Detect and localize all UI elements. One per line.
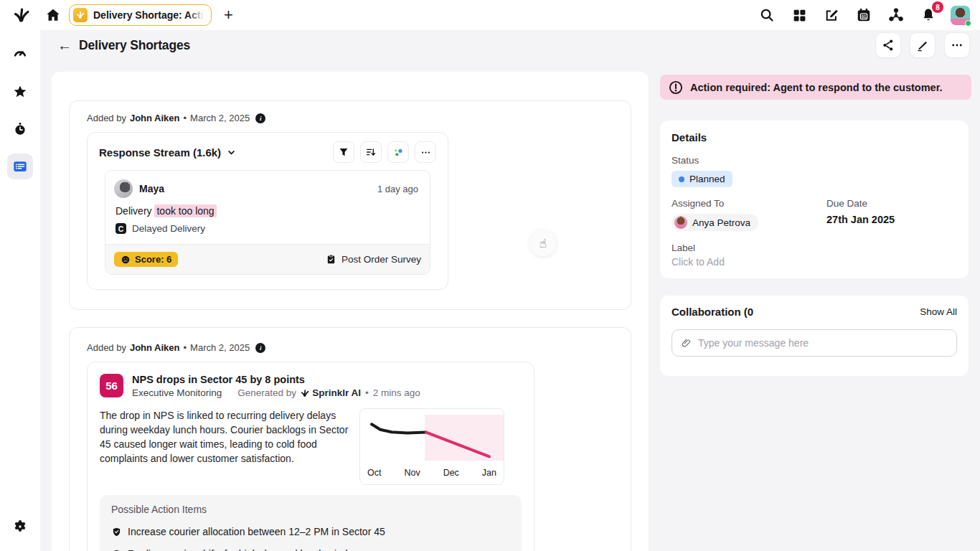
added-by-date: March 2, 2025 bbox=[190, 342, 250, 353]
message-footer: Score: 6 Post Order Survey bbox=[105, 244, 430, 274]
response-stream-title: Response Stream (1.6k) bbox=[99, 146, 221, 159]
maya-avatar bbox=[114, 179, 133, 198]
tab-delivery-shortage[interactable]: Delivery Shortage: Acti bbox=[69, 4, 212, 26]
message-text: Delivery took too long bbox=[116, 205, 418, 217]
added-by-sep: • bbox=[184, 342, 187, 353]
edit-pencil-button[interactable] bbox=[910, 32, 936, 58]
added-by-name: John Aiken bbox=[130, 113, 180, 123]
insight-title: NPS drops in Sector 45 by 8 points bbox=[132, 374, 420, 385]
score-badge: Score: 6 bbox=[114, 252, 178, 267]
sidebar-list-view-icon[interactable] bbox=[7, 154, 33, 179]
calendar-icon[interactable]: 01 bbox=[854, 5, 874, 25]
collab-message-input[interactable] bbox=[698, 337, 948, 349]
tab-label: Delivery Shortage: Acti bbox=[93, 9, 204, 21]
content-panel: Added by John Aiken • March 2, 2025 i Re… bbox=[52, 72, 649, 551]
chart-x-label: Jan bbox=[482, 468, 496, 478]
action-item: Increase courier allocation between 12–2… bbox=[111, 526, 510, 537]
stream-more-button[interactable] bbox=[415, 141, 436, 163]
chart-x-label: Dec bbox=[443, 468, 459, 478]
shield-check-icon bbox=[111, 549, 122, 551]
possible-action-items: Possible Action Items Increase courier a… bbox=[100, 495, 522, 551]
added-by-row: Added by John Aiken • March 2, 2025 i bbox=[70, 101, 631, 123]
shield-check-icon bbox=[111, 527, 122, 537]
nps-trend-chart: Oct Nov Dec Jan bbox=[359, 408, 504, 485]
collaboration-card: Collaboration (0 Show All bbox=[660, 296, 969, 376]
action-items-title: Possible Action Items bbox=[111, 504, 510, 515]
chart-x-label: Nov bbox=[404, 468, 420, 478]
added-by-row: Added by John Aiken • March 2, 2025 i bbox=[70, 328, 631, 353]
added-by-prefix: Added by bbox=[87, 342, 126, 353]
label-click-to-add[interactable]: Click to Add bbox=[672, 256, 957, 268]
notification-count-badge: 8 bbox=[932, 1, 943, 13]
due-date-label: Due Date bbox=[826, 198, 895, 209]
generator-name: Sprinklr AI bbox=[312, 387, 361, 398]
sort-button[interactable] bbox=[360, 141, 382, 163]
back-arrow-icon[interactable]: ← bbox=[56, 38, 73, 52]
nps-score-badge: 56 bbox=[100, 374, 123, 397]
added-by-date: March 2, 2025 bbox=[190, 113, 250, 123]
chevron-down-icon bbox=[226, 147, 237, 158]
category-badge-icon: C bbox=[116, 223, 126, 234]
paperclip-icon[interactable] bbox=[681, 338, 692, 349]
neutral-face-icon bbox=[121, 255, 131, 265]
insight-section-card: Added by John Aiken • March 2, 2025 i 56… bbox=[69, 327, 631, 551]
due-date-value[interactable]: 27th Jan 2025 bbox=[826, 214, 895, 225]
info-icon[interactable]: i bbox=[255, 113, 265, 123]
customer-message-card: Maya 1 day ago Delivery took too long C … bbox=[105, 170, 430, 275]
compose-icon[interactable] bbox=[821, 5, 842, 25]
tab-sprinklr-icon bbox=[73, 8, 88, 22]
added-by-sep: • bbox=[184, 113, 187, 123]
settings-gear-icon[interactable] bbox=[7, 514, 33, 540]
insight-body-text: The drop in NPS is linked to recurring d… bbox=[100, 408, 352, 485]
added-by-prefix: Added by bbox=[87, 113, 126, 123]
sidebar-favorites-icon[interactable] bbox=[7, 79, 33, 105]
action-required-text: Action required: Agent to respond to the… bbox=[690, 82, 943, 93]
insight-time: 2 mins ago bbox=[373, 387, 420, 398]
page-title: Delivery Shortages bbox=[79, 38, 190, 53]
sprinklr-logo-icon[interactable] bbox=[11, 5, 32, 25]
new-tab-button[interactable]: + bbox=[219, 5, 239, 25]
share-button[interactable] bbox=[875, 32, 901, 58]
assigned-to-label: Assigned To bbox=[672, 198, 826, 209]
nps-insight-card: 56 NPS drops in Sector 45 by 8 points Ex… bbox=[87, 362, 534, 551]
status-value: Planned bbox=[689, 174, 725, 184]
top-bar: Delivery Shortage: Acti + bbox=[0, 0, 980, 30]
home-icon[interactable] bbox=[43, 5, 63, 25]
action-required-banner: Action required: Agent to respond to the… bbox=[660, 75, 971, 100]
exclamation-circle-icon bbox=[669, 80, 683, 95]
message-text-plain: Delivery bbox=[116, 205, 152, 217]
show-all-link[interactable]: Show All bbox=[920, 306, 957, 317]
message-text-highlight: took too long bbox=[154, 204, 216, 217]
search-icon[interactable] bbox=[757, 5, 777, 25]
message-author: Maya bbox=[139, 183, 164, 194]
online-status-dot bbox=[965, 20, 971, 27]
response-stream-card: Response Stream (1.6k) bbox=[87, 132, 448, 290]
user-avatar[interactable] bbox=[951, 6, 970, 25]
details-card: Details Status Planned Assigned To Anya … bbox=[660, 121, 969, 278]
more-options-button[interactable] bbox=[944, 32, 970, 58]
page-header: ← Delivery Shortages bbox=[40, 30, 980, 60]
stream-section-card: Added by John Aiken • March 2, 2025 i Re… bbox=[69, 100, 631, 310]
action-item: Realign courier shifts for high-demand l… bbox=[111, 548, 510, 551]
action-item-text: Realign courier shifts for high-demand l… bbox=[128, 548, 366, 551]
assignee-pill[interactable]: Anya Petrova bbox=[672, 214, 758, 231]
status-dot-icon bbox=[679, 176, 684, 182]
added-by-name: John Aiken bbox=[130, 342, 180, 353]
response-stream-dropdown[interactable]: Response Stream (1.6k) bbox=[99, 146, 237, 159]
filter-button[interactable] bbox=[333, 141, 354, 163]
anya-avatar bbox=[674, 216, 687, 229]
status-pill[interactable]: Planned bbox=[672, 171, 732, 187]
info-icon[interactable]: i bbox=[255, 343, 265, 353]
generated-by-label: Generated by bbox=[237, 387, 296, 398]
main-content: ← Delivery Shortages bbox=[40, 30, 980, 551]
community-icon[interactable] bbox=[886, 5, 906, 25]
ai-assist-icon[interactable] bbox=[387, 141, 409, 163]
apps-grid-icon[interactable] bbox=[789, 5, 809, 25]
sidebar-dashboard-icon[interactable] bbox=[7, 42, 33, 67]
insight-category: Executive Monitoring bbox=[132, 387, 222, 398]
sidebar-recent-icon[interactable] bbox=[7, 116, 33, 142]
collab-message-input-wrap bbox=[672, 329, 957, 357]
message-time: 1 day ago bbox=[377, 184, 418, 194]
assignee-name: Anya Petrova bbox=[692, 217, 750, 228]
sprinklr-ai-icon bbox=[301, 389, 309, 397]
